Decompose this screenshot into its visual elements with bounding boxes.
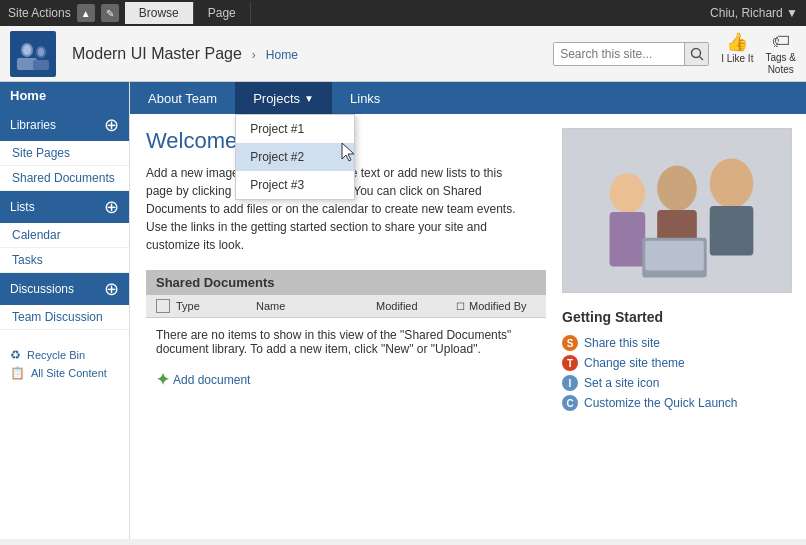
svg-point-2 [23,45,31,55]
select-all-checkbox[interactable] [156,299,170,313]
nav-footer: ♻ Recycle Bin 📋 All Site Content [0,338,129,390]
gs-share-link[interactable]: S Share this site [562,333,806,353]
shared-documents-section: Shared Documents Type Name Modified [146,270,546,393]
col-modified: Modified [376,300,456,312]
nav-discussions-label: Discussions [10,282,74,296]
like-label: I Like It [721,53,753,64]
add-icon: ✦ [156,370,169,389]
ribbon: Modern UI Master Page › Home 👍 I Like It… [0,26,806,82]
top-bar: Site Actions ▲ ✎ Browse Page Chiu, Richa… [0,0,806,26]
doc-table-header: Shared Documents [146,270,546,295]
gs-icon-link[interactable]: I Set a site icon [562,373,806,393]
getting-started-title: Getting Started [562,309,806,325]
svg-point-5 [38,48,44,56]
dropdown-project2[interactable]: Project #2 [236,143,354,171]
main-layout: Home Libraries ⊕ Site Pages Shared Docum… [0,82,806,539]
nav-home[interactable]: Home [0,82,129,109]
search-input[interactable] [554,43,684,65]
nav-home-label: Home [10,88,46,103]
like-button[interactable]: 👍 I Like It [721,31,753,64]
projects-dropdown-trigger[interactable]: Projects ▼ [253,91,314,106]
dropdown-project1[interactable]: Project #1 [236,115,354,143]
projects-dropdown-menu: Project #1 Project #2 Project #3 [235,114,355,200]
tab-browse[interactable]: Browse [125,2,194,24]
search-button[interactable] [684,43,708,65]
content-right: Getting Started S Share this site T Chan… [562,128,806,413]
nav-recycle-bin[interactable]: ♻ Recycle Bin [10,346,119,364]
svg-rect-18 [563,129,791,293]
site-actions-button[interactable]: Site Actions [8,6,71,20]
recycle-icon: ♻ [10,348,21,362]
content-area: About Team Projects ▼ Project #1 Project… [130,82,806,539]
nav-links[interactable]: Links [332,82,398,114]
tags-button[interactable]: 🏷 Tags &Notes [765,31,796,76]
share-icon: S [562,335,578,351]
team-photo-svg [563,128,791,293]
nav-discussions-expand: ⊕ [104,278,119,300]
nav-tasks[interactable]: Tasks [0,248,129,273]
nav-calendar[interactable]: Calendar [0,223,129,248]
search-icon [690,47,704,61]
search-box [553,42,709,66]
nav-lists-expand: ⊕ [104,196,119,218]
icon-icon: I [562,375,578,391]
col-checkbox-2[interactable]: ☐ [456,301,465,312]
dropdown-project3[interactable]: Project #3 [236,171,354,199]
like-icon: 👍 [726,31,748,53]
edit-icon[interactable]: ✎ [101,4,119,22]
gs-theme-link[interactable]: T Change site theme [562,353,806,373]
nav-about-team[interactable]: About Team [130,82,235,114]
add-document-button[interactable]: ✦ Add document [146,366,546,393]
nav-shared-documents[interactable]: Shared Documents [0,166,129,191]
tab-page[interactable]: Page [194,2,251,24]
upload-icon[interactable]: ▲ [77,4,95,22]
like-tags-area: 👍 I Like It 🏷 Tags &Notes [721,31,796,76]
quicklaunch-icon: C [562,395,578,411]
nav-lists-label: Lists [10,200,35,214]
nav-libraries-expand: ⊕ [104,114,119,136]
svg-point-7 [691,48,700,57]
table-empty-message: There are no items to show in this view … [146,318,546,366]
breadcrumb-separator: › [252,48,256,62]
nav-all-site-content[interactable]: 📋 All Site Content [10,364,119,382]
nav-site-pages[interactable]: Site Pages [0,141,129,166]
left-nav: Home Libraries ⊕ Site Pages Shared Docum… [0,82,130,539]
tags-label: Tags &Notes [765,52,796,76]
nav-discussions-header[interactable]: Discussions ⊕ [0,273,129,305]
nav-projects[interactable]: Projects ▼ Project #1 Project #2 Project… [235,82,332,114]
all-content-icon: 📋 [10,366,25,380]
tags-icon: 🏷 [772,31,790,52]
col-name: Name [256,300,376,312]
user-menu[interactable]: Chiu, Richard ▼ [710,6,798,20]
top-nav: About Team Projects ▼ Project #1 Project… [130,82,806,114]
breadcrumb-home[interactable]: Home [266,48,298,62]
nav-lists-header[interactable]: Lists ⊕ [0,191,129,223]
projects-dropdown-arrow: ▼ [304,93,314,104]
svg-line-8 [699,56,703,60]
getting-started-section: Getting Started S Share this site T Chan… [562,309,806,413]
logo-svg [13,34,53,74]
team-photo [562,128,792,293]
svg-rect-6 [33,60,49,70]
nav-libraries-label: Libraries [10,118,56,132]
page-content: Welcome to your site! Add a new image, c… [130,114,806,427]
col-modified-by: ☐ Modified By [456,300,536,312]
col-type: Type [176,300,256,312]
theme-icon: T [562,355,578,371]
ribbon-right: 👍 I Like It 🏷 Tags &Notes [553,31,796,76]
ribbon-left: Modern UI Master Page › Home [10,31,298,77]
doc-table-columns: Type Name Modified ☐ Modified By [146,295,546,318]
top-bar-left: Site Actions ▲ ✎ Browse Page [8,2,251,24]
site-title: Modern UI Master Page [72,45,242,63]
ribbon-tabs: Browse Page [125,2,251,24]
site-title-area: Modern UI Master Page › Home [72,45,298,63]
site-logo [10,31,56,77]
nav-team-discussion[interactable]: Team Discussion [0,305,129,330]
nav-libraries-header[interactable]: Libraries ⊕ [0,109,129,141]
gs-quicklaunch-link[interactable]: C Customize the Quick Launch [562,393,806,413]
